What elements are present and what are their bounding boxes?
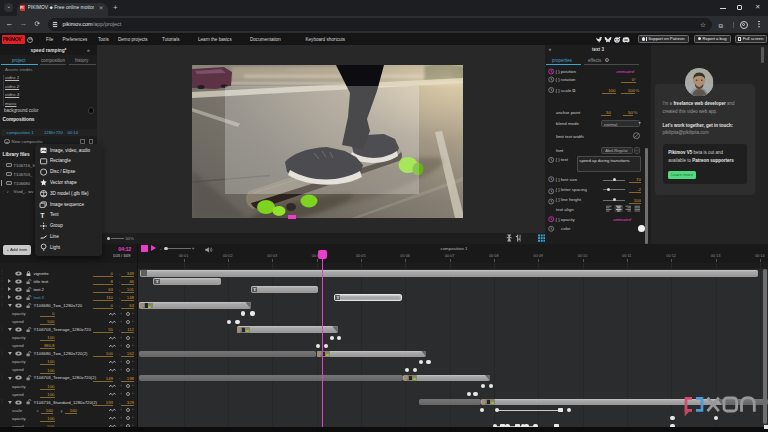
- svg-text:T: T: [40, 212, 45, 219]
